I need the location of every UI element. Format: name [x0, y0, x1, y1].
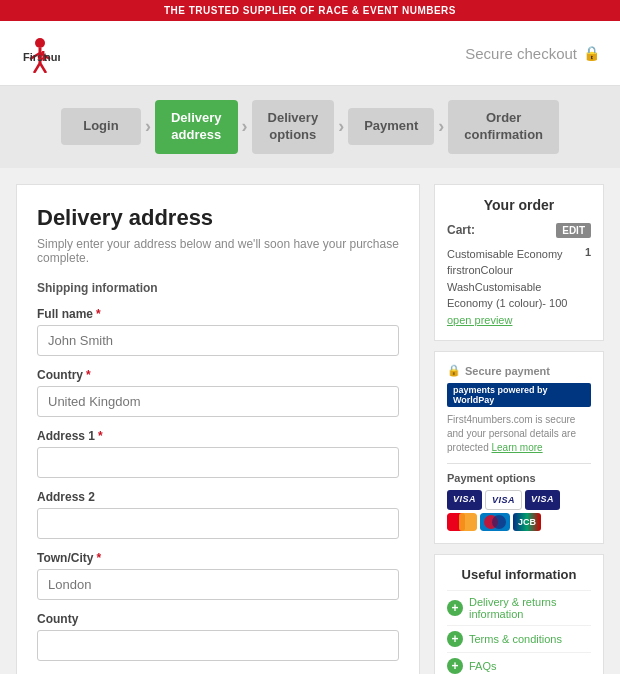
payment-icons: VISA VISA VISA JCB [447, 490, 591, 531]
cart-item-name: Customisable Economy firstronColour Wash… [447, 246, 585, 329]
order-card: Your order Cart: EDIT Customisable Econo… [434, 184, 604, 342]
plus-icon-terms: + [447, 631, 463, 647]
field-county: County [37, 612, 399, 661]
worldpay-badge: payments powered by WorldPay [447, 383, 591, 407]
right-panel: Your order Cart: EDIT Customisable Econo… [434, 184, 604, 674]
svg-rect-10 [459, 513, 477, 531]
visa-icon-2: VISA [485, 490, 522, 510]
address2-input[interactable] [37, 508, 399, 539]
useful-information-card: Useful information + Delivery & returns … [434, 554, 604, 674]
step-delivery-options[interactable]: Deliveryoptions [252, 100, 335, 154]
useful-title: Useful information [447, 567, 591, 582]
cart-qty: 1 [585, 246, 591, 329]
svg-point-0 [35, 38, 45, 48]
learn-more-link[interactable]: Learn more [491, 442, 542, 453]
svg-line-5 [40, 63, 46, 73]
useful-item-terms[interactable]: + Terms & conditions [447, 625, 591, 652]
field-address2: Address 2 [37, 490, 399, 539]
page-title: Delivery address [37, 205, 399, 231]
main-content: Delivery address Simply enter your addre… [0, 168, 620, 674]
jcb-icon: JCB [513, 513, 541, 531]
cart-label: Cart: [447, 223, 475, 237]
left-panel: Delivery address Simply enter your addre… [16, 184, 420, 674]
maestro-icon [480, 513, 510, 531]
steps-bar: Login › Deliveryaddress › Deliveryoption… [0, 86, 620, 168]
step-arrow-3: › [338, 116, 344, 137]
field-town: Town/City* [37, 551, 399, 600]
secure-payment-card: 🔒 Secure payment payments powered by Wor… [434, 351, 604, 544]
useful-item-delivery[interactable]: + Delivery & returns information [447, 590, 591, 625]
step-order-confirmation[interactable]: Orderconfirmation [448, 100, 559, 154]
logo: First 4 numbers [20, 33, 64, 73]
svg-point-13 [492, 515, 506, 529]
logo-icon: First 4 numbers [20, 33, 60, 73]
open-preview-link[interactable]: open preview [447, 314, 512, 326]
top-banner: THE TRUSTED SUPPLIER OF RACE & EVENT NUM… [0, 0, 620, 21]
step-arrow-1: › [145, 116, 151, 137]
visa-icon-3: VISA [525, 490, 560, 510]
address1-input[interactable] [37, 447, 399, 478]
section-label: Shipping information [37, 281, 399, 295]
field-country: Country* [37, 368, 399, 417]
page-subtitle: Simply enter your address below and we'l… [37, 237, 399, 265]
secure-checkout: Secure checkout 🔒 [465, 45, 600, 62]
lock-icon-small: 🔒 [447, 364, 461, 377]
lock-icon: 🔒 [583, 45, 600, 61]
plus-icon-faqs: + [447, 658, 463, 674]
country-input[interactable] [37, 386, 399, 417]
field-address1: Address 1* [37, 429, 399, 478]
step-delivery-address[interactable]: Deliveryaddress [155, 100, 238, 154]
step-payment[interactable]: Payment [348, 108, 434, 145]
payment-options-label: Payment options [447, 472, 591, 484]
county-input[interactable] [37, 630, 399, 661]
mastercard-icon [447, 513, 477, 531]
svg-line-4 [34, 63, 40, 73]
useful-item-faqs[interactable]: + FAQs [447, 652, 591, 674]
step-arrow-2: › [242, 116, 248, 137]
field-full-name: Full name* [37, 307, 399, 356]
header: First 4 numbers Secure checkout 🔒 [0, 21, 620, 86]
edit-button[interactable]: EDIT [556, 223, 591, 238]
step-login[interactable]: Login [61, 108, 141, 145]
secure-text: First4numbers.com is secure and your per… [447, 413, 591, 455]
order-title: Your order [447, 197, 591, 213]
plus-icon-delivery: + [447, 600, 463, 616]
svg-text:numbers: numbers [44, 51, 60, 63]
visa-icon-1: VISA [447, 490, 482, 510]
full-name-input[interactable] [37, 325, 399, 356]
town-input[interactable] [37, 569, 399, 600]
step-arrow-4: › [438, 116, 444, 137]
